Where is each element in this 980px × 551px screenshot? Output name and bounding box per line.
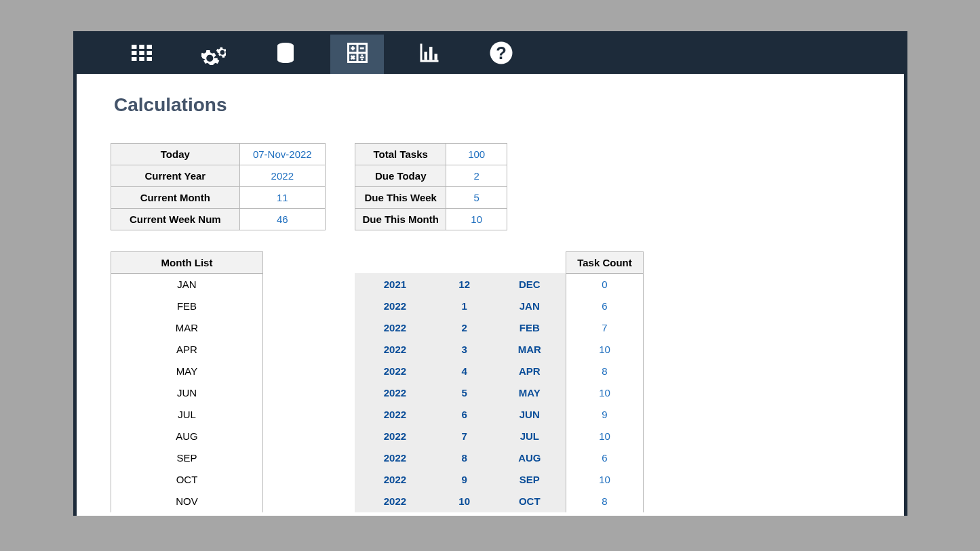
metric-value: 5 [446,187,507,209]
svg-rect-3 [132,51,137,55]
year-month-block: 202112DEC20221JAN20222FEB20223MAR20224AP… [355,273,566,512]
month-list-item: OCT [111,469,263,491]
nav-charts[interactable] [402,35,456,74]
ym-year: 2022 [355,447,435,469]
ym-month: AUG [494,447,565,469]
ym-year: 2022 [355,404,435,426]
svg-rect-23 [434,54,437,60]
month-list-item: MAR [111,317,263,339]
ym-year: 2022 [355,469,435,491]
metric-label: Today [111,144,240,165]
metric-label: Total Tasks [355,144,446,165]
metric-value: 2 [446,165,507,187]
metric-value: 2022 [239,165,325,187]
ym-month: JAN [494,295,565,317]
month-list-item: AUG [111,426,263,447]
database-icon [273,41,298,68]
ym-year: 2022 [355,295,435,317]
ym-month: MAR [494,339,565,361]
ym-month: DEC [494,274,565,295]
task-count-value: 10 [566,426,644,447]
task-count-header: Task Count [566,252,644,274]
ym-num: 7 [435,426,494,447]
date-metrics-table: Today07-Nov-2022Current Year2022Current … [111,143,326,230]
ym-num: 2 [435,317,494,339]
ym-year: 2022 [355,382,435,404]
ym-year: 2021 [355,274,435,295]
task-count-value: 9 [566,404,644,426]
svg-rect-6 [132,57,137,61]
metric-label: Current Year [111,165,240,187]
ym-month: SEP [494,469,565,491]
month-list-item: APR [111,339,263,361]
ym-year: 2022 [355,361,435,382]
task-count-value: 0 [566,274,644,295]
ym-year: 2022 [355,426,435,447]
nav-data[interactable] [258,35,312,74]
task-count-value: 6 [566,447,644,469]
navbar: ? [77,35,904,74]
ym-year: 2022 [355,317,435,339]
svg-rect-2 [146,45,152,49]
ym-num: 5 [435,382,494,404]
ym-num: 1 [435,295,494,317]
month-list-item: JUL [111,404,263,426]
ym-year: 2022 [355,491,435,512]
month-list-item: MAY [111,361,263,382]
help-icon: ? [489,41,513,68]
metric-value: 46 [239,209,325,230]
svg-point-20 [361,58,363,60]
metric-value: 11 [239,187,325,209]
month-list-item: JUN [111,382,263,404]
ym-year: 2022 [355,339,435,361]
ym-month: JUN [494,404,565,426]
task-count-value: 10 [566,469,644,491]
ym-month: APR [494,361,565,382]
task-count-value: 8 [566,361,644,382]
ym-num: 3 [435,339,494,361]
ym-num: 12 [435,274,494,295]
metric-value: 100 [446,144,507,165]
svg-rect-1 [139,45,144,49]
task-count-table: Task Count 067108109106108 [566,251,644,512]
svg-rect-5 [146,51,152,55]
ym-num: 6 [435,404,494,426]
metric-label: Due Today [355,165,446,187]
calculator-icon [345,41,370,68]
ym-month: OCT [494,491,565,512]
ym-num: 4 [435,361,494,382]
svg-rect-22 [429,47,433,60]
month-list-item: FEB [111,295,263,317]
nav-settings[interactable] [187,35,240,74]
svg-point-18 [361,54,363,56]
task-count-value: 10 [566,339,644,361]
bar-chart-icon [417,41,442,68]
metric-label: Due This Week [355,187,446,209]
task-count-value: 8 [566,491,644,512]
month-list-table: Month List JANFEBMARAPRMAYJUNJULAUGSEPOC… [111,251,263,512]
nav-calculations[interactable] [330,35,384,74]
task-count-value: 7 [566,317,644,339]
page-title: Calculations [114,94,227,116]
gears-icon [201,41,226,68]
svg-rect-0 [132,45,137,49]
content-area: Calculations Today07-Nov-2022Current Yea… [77,74,904,516]
task-count-value: 6 [566,295,644,317]
svg-text:?: ? [496,43,507,62]
ym-num: 9 [435,469,494,491]
nav-help[interactable]: ? [474,35,528,74]
task-count-value: 10 [566,382,644,404]
svg-rect-4 [139,51,144,55]
ym-month: MAY [494,382,565,404]
month-list-item: NOV [111,491,263,512]
svg-rect-7 [139,57,144,61]
nav-grid[interactable] [115,35,168,74]
ym-num: 10 [435,491,494,512]
ym-month: FEB [494,317,565,339]
svg-rect-8 [146,57,152,61]
metric-label: Due This Month [355,209,446,230]
grid-icon [130,41,154,68]
svg-rect-21 [424,52,427,60]
metric-value: 10 [446,209,507,230]
ym-num: 8 [435,447,494,469]
